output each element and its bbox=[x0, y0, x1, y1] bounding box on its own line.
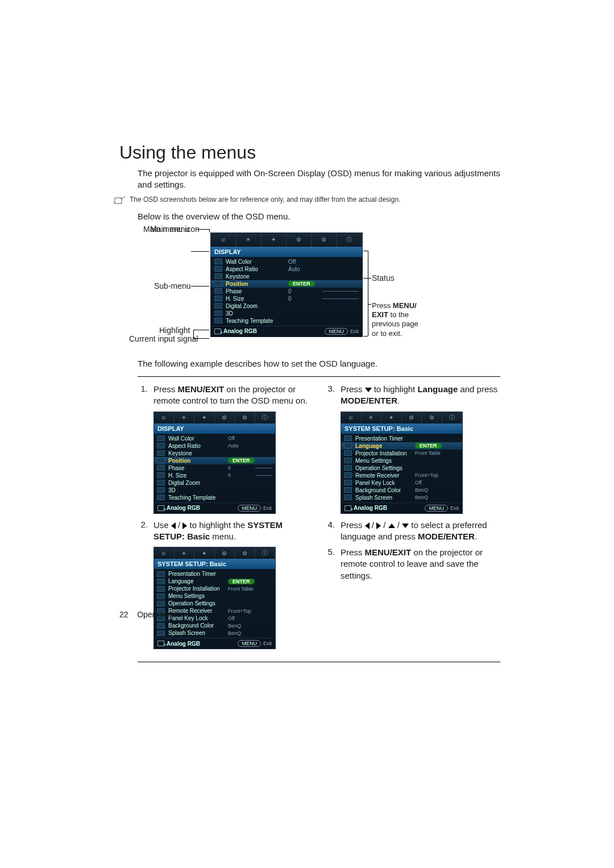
menu-pill: MENU bbox=[325, 328, 348, 335]
osd-row: Background ColorBenQ bbox=[154, 622, 275, 629]
osd-row: Presentation Timer bbox=[341, 435, 462, 442]
osd-slider bbox=[255, 475, 272, 476]
osd-row-label: Background Color bbox=[355, 487, 415, 493]
osd-title: DISPLAY bbox=[211, 247, 362, 257]
osd-row-icon bbox=[214, 266, 222, 272]
osd-row-icon bbox=[344, 435, 352, 441]
divider bbox=[138, 662, 500, 662]
osd-row-label: Language bbox=[168, 578, 228, 584]
overview-intro: Below is the overview of the OSD menu. bbox=[138, 211, 500, 222]
osd-slider bbox=[322, 291, 359, 292]
osd-row-icon bbox=[214, 303, 222, 309]
osd-row-icon bbox=[214, 310, 222, 316]
osd-row-label: Menu Settings bbox=[355, 458, 415, 464]
osd-row-icon bbox=[214, 259, 222, 264]
note-icon bbox=[114, 196, 126, 206]
osd-row-icon bbox=[157, 630, 165, 636]
osd-title: DISPLAY bbox=[154, 423, 275, 434]
osd-row-label: Digital Zoom bbox=[168, 480, 228, 486]
label-highlight: Highlight bbox=[159, 326, 190, 335]
osd-row-label: Wall Color bbox=[168, 435, 228, 442]
label-current-input: Current input signal bbox=[129, 334, 198, 343]
osd-display-small: ⎚☀✦⚙⚙ⓘDISPLAYWall ColorOffAspect RatioAu… bbox=[154, 412, 276, 514]
page-footer: 22 Operation bbox=[119, 610, 172, 619]
osd-row-icon bbox=[157, 480, 165, 485]
label-sub-menu: Sub-menu bbox=[154, 281, 191, 290]
osd-value: Front+Top bbox=[415, 472, 442, 478]
osd-value: 0 bbox=[228, 465, 255, 471]
osd-row-label: Operation Settings bbox=[355, 465, 415, 471]
osd-row-label: Phase bbox=[226, 288, 288, 294]
osd-row-label: Teaching Template bbox=[226, 318, 288, 324]
osd-row-label: 3D bbox=[168, 487, 228, 493]
osd-row-label: Splash Screen bbox=[168, 630, 228, 636]
osd-row-icon bbox=[157, 579, 165, 584]
osd-row-icon bbox=[157, 472, 165, 478]
osd-row: Panel Key LockOff bbox=[154, 614, 275, 622]
osd-row-label: Menu Settings bbox=[168, 593, 228, 599]
osd-row: Menu Settings bbox=[154, 592, 275, 600]
osd-system-lang-small: ⎚☀✦⚙⚙ⓘSYSTEM SETUP: BasicPresentation Ti… bbox=[341, 412, 463, 514]
osd-row-icon bbox=[344, 450, 352, 456]
footer-exit: Exit bbox=[350, 329, 359, 334]
enter-pill: ENTER bbox=[415, 443, 442, 448]
osd-row-label: Presentation Timer bbox=[168, 571, 228, 577]
osd-row-icon bbox=[157, 443, 165, 448]
osd-row-icon bbox=[157, 450, 165, 456]
osd-row: Operation Settings bbox=[154, 600, 275, 607]
osd-row: Wall ColorOff bbox=[211, 258, 362, 265]
osd-value: Off bbox=[288, 259, 322, 265]
divider bbox=[138, 376, 500, 377]
osd-row-label: Operation Settings bbox=[168, 600, 228, 607]
osd-row: Wall ColorOff bbox=[154, 435, 275, 442]
osd-row: Splash ScreenBenQ bbox=[154, 629, 275, 637]
osd-row-label: Keystone bbox=[226, 273, 288, 280]
osd-tab-icon: ⓘ bbox=[337, 233, 362, 247]
label-main-menu: Main menu bbox=[150, 225, 189, 234]
osd-row: Remote ReceiverFront+Top bbox=[341, 472, 462, 479]
osd-value: Front Table bbox=[228, 586, 255, 592]
left-arrow-icon bbox=[171, 522, 176, 529]
osd-row-label: H. Size bbox=[168, 472, 228, 479]
osd-value: Auto bbox=[288, 266, 322, 272]
osd-row: Digital Zoom bbox=[211, 302, 362, 310]
osd-tab-icon: ⚙ bbox=[287, 233, 312, 247]
step-5: 5. Press MENU/EXIT on the projector or r… bbox=[325, 547, 500, 582]
osd-row-label: 3D bbox=[226, 310, 288, 317]
osd-row-icon bbox=[344, 487, 352, 493]
osd-row-icon bbox=[344, 472, 352, 478]
osd-row-icon bbox=[214, 281, 222, 286]
osd-row-label: Remote Receiver bbox=[355, 472, 415, 479]
page-content: Using the menus The projector is equippe… bbox=[119, 142, 500, 669]
osd-row: Digital Zoom bbox=[154, 479, 275, 487]
osd-row-label: Language bbox=[355, 443, 415, 449]
overview-diagram: Main menu icon Main menu Sub-menu Highli… bbox=[138, 225, 500, 358]
osd-row-icon bbox=[157, 593, 165, 599]
osd-row-label: Panel Key Lock bbox=[168, 615, 228, 621]
osd-row-icon bbox=[344, 443, 352, 448]
osd-row-icon bbox=[157, 601, 165, 607]
osd-system-small: ⎚☀✦⚙⚙ⓘSYSTEM SETUP: BasicPresentation Ti… bbox=[154, 547, 276, 649]
osd-slider bbox=[322, 298, 359, 299]
input-icon bbox=[214, 329, 221, 334]
osd-row-label: Projector Installation bbox=[168, 585, 228, 592]
step-3: 3. Press to highlight Language and press… bbox=[325, 384, 500, 407]
osd-value: 0 bbox=[288, 288, 322, 294]
osd-row-icon bbox=[344, 495, 352, 500]
osd-row-label: H. Size bbox=[226, 296, 288, 302]
osd-row-label: Splash Screen bbox=[355, 495, 415, 501]
osd-row-label: Projector Installation bbox=[355, 450, 415, 456]
osd-row-icon bbox=[157, 495, 165, 500]
example-intro: The following example describes how to s… bbox=[138, 358, 500, 369]
osd-title: SYSTEM SETUP: Basic bbox=[341, 423, 462, 434]
up-arrow-icon bbox=[388, 524, 395, 528]
osd-row-label: Position bbox=[226, 281, 288, 287]
osd-value: Off bbox=[228, 435, 255, 441]
osd-tab-icon: ✦ bbox=[262, 233, 287, 247]
osd-row-icon bbox=[157, 487, 165, 493]
page-title: Using the menus bbox=[119, 142, 500, 163]
osd-value: Front+Top bbox=[228, 608, 255, 614]
col-right: 3. Press to highlight Language and press… bbox=[325, 384, 500, 655]
osd-row: 3D bbox=[211, 310, 362, 317]
osd-row-icon bbox=[157, 465, 165, 471]
